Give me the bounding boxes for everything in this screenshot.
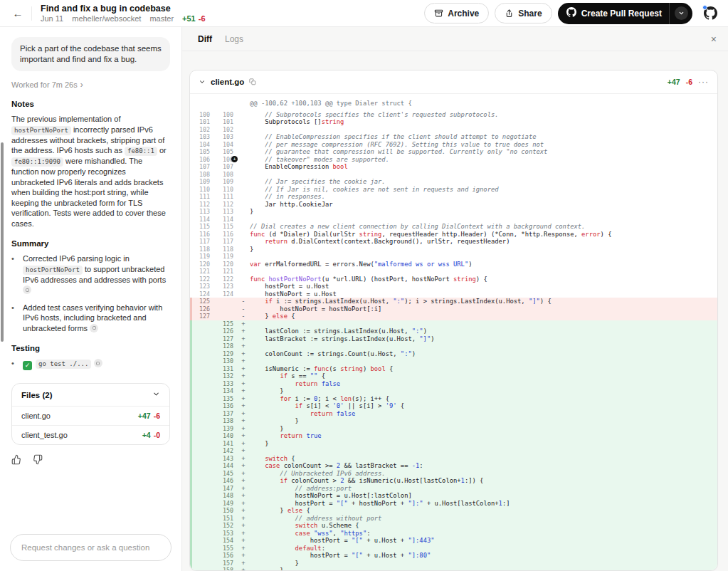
old-line-number	[190, 492, 213, 500]
file-row[interactable]: client_test.go+4-0	[12, 425, 169, 444]
diff-row: 109109 // Jar specifies the cookie jar.	[190, 178, 717, 186]
close-icon[interactable]: ×	[711, 33, 717, 45]
diff-sign: +	[237, 470, 250, 478]
old-line-number	[190, 440, 213, 448]
citation-icon[interactable]	[90, 324, 98, 332]
old-line-number	[190, 485, 213, 493]
diff-row: 133+ return false	[190, 380, 717, 388]
diff-row: 120120var errMalformedURL = errors.New("…	[190, 261, 717, 268]
diff-sign: -	[237, 313, 250, 320]
diff-sign	[237, 126, 250, 134]
list-item: •✓go test ./...	[11, 358, 170, 370]
old-line-number: 116	[190, 231, 213, 239]
inline-code-chip: go test ./...	[36, 360, 91, 369]
diff-hunk-row: @@ -100,62 +100,103 @@ type Dialer struc…	[190, 97, 717, 111]
citation-icon[interactable]	[23, 286, 31, 294]
code-line: }	[250, 208, 717, 216]
worked-duration-toggle[interactable]: Worked for 7m 26s ›	[11, 80, 170, 89]
sidebar: Pick a part of the codebase that seems i…	[0, 27, 182, 571]
code-line: // in responses.	[250, 193, 717, 201]
share-button[interactable]: Share	[495, 3, 552, 23]
diff-sign: +	[237, 395, 250, 403]
code-line	[250, 171, 717, 179]
copy-icon[interactable]	[249, 75, 256, 88]
new-line-number: 100	[213, 111, 237, 119]
sidebar-scrollbar[interactable]	[1, 142, 4, 342]
code-line: return false	[250, 380, 717, 388]
github-sync-button[interactable]	[702, 6, 718, 21]
feedback-buttons	[11, 454, 170, 468]
diff-body: @@ -100,62 +100,103 @@ type Dialer struc…	[190, 94, 717, 571]
old-line-number: 103	[190, 133, 213, 141]
code-line: // takeover" modes are supported.	[250, 156, 717, 164]
code-line: hostNoPort = u.Host	[250, 290, 717, 298]
bullet: •	[11, 253, 17, 295]
new-line-number: 155	[213, 545, 237, 552]
new-line-number: 105	[213, 148, 237, 156]
tab-diff[interactable]: Diff	[198, 34, 212, 44]
back-button[interactable]: ←	[9, 4, 27, 23]
more-options-button[interactable]: ···	[698, 77, 709, 87]
new-line-number: 101	[213, 118, 237, 126]
tab-logs[interactable]: Logs	[225, 34, 243, 44]
create-pull-request-button[interactable]: Create Pull Request	[558, 3, 692, 24]
citation-icon[interactable]	[94, 359, 102, 367]
create-pr-dropdown[interactable]	[670, 3, 692, 24]
diff-sign	[237, 261, 250, 268]
old-line-number: 115	[190, 223, 213, 231]
added-count: +51	[182, 14, 196, 23]
old-line-number	[190, 552, 213, 560]
code-line: // EnableCompression specifies if the cl…	[250, 133, 717, 141]
diff-row: 126- hostNoPort = hostNoPort[:i]	[190, 305, 717, 313]
new-line-number: 154	[213, 537, 237, 545]
new-line-number: 111	[213, 193, 237, 201]
old-line-number	[190, 530, 213, 538]
old-line-number	[190, 477, 213, 485]
code-line: EnableCompression bool	[250, 163, 717, 171]
old-line-number	[190, 342, 213, 350]
old-line-number	[190, 357, 213, 365]
file-name: client.go	[21, 412, 51, 420]
code-line: @@ -100,62 +100,103 @@ type Dialer struc…	[250, 100, 717, 108]
old-line-number: 119	[190, 253, 213, 261]
diff-row: 136+ if s[i] < '0' || s[i] > '9' {	[190, 402, 717, 410]
code-line: var errMalformedURL = errors.New("malfor…	[250, 261, 717, 268]
code-line: switch u.Scheme {	[250, 522, 717, 530]
diff-row: 137+ return false	[190, 410, 717, 418]
old-line-number: 101	[190, 118, 213, 126]
list-item-text: Corrected IPv6 parsing logic in hostPort…	[23, 253, 170, 295]
main-panel: Diff Logs × client.go +47 -6 ··· @@ -100…	[182, 27, 728, 571]
files-card-header[interactable]: Files (2)	[12, 384, 169, 406]
old-line-number: 124	[190, 290, 213, 298]
diff-row: 124124 hostNoPort = u.Host	[190, 290, 717, 298]
old-line-number: 111	[190, 193, 213, 201]
thumbs-up-button[interactable]	[11, 454, 22, 468]
diff-sign: +	[237, 357, 250, 365]
files-list: client.go+47-6client_test.go+4-0	[12, 406, 169, 444]
task-meta: Jun 11 meheller/websocket master +51 -6	[41, 14, 206, 23]
code-line: // If Jar is nil, cookies are not sent i…	[250, 186, 717, 194]
archive-button[interactable]: Archive	[424, 3, 489, 23]
old-line-number: 113	[190, 208, 213, 216]
old-line-number	[190, 515, 213, 523]
old-line-number: 110	[190, 186, 213, 194]
new-line-number: 104	[213, 141, 237, 149]
old-line-number: 120	[190, 261, 213, 268]
thumbs-down-button[interactable]	[32, 454, 43, 468]
new-line-number: 153	[213, 530, 237, 538]
chevron-down-icon[interactable]	[199, 75, 206, 88]
diff-row: 150+ } else {	[190, 507, 717, 515]
code-line: if s[i] < '0' || s[i] > '9' {	[250, 402, 717, 410]
code-line: lastColon := strings.LastIndex(u.Host, "…	[250, 328, 717, 335]
old-line-number	[190, 432, 213, 440]
new-line-number: 142	[213, 447, 237, 455]
file-row[interactable]: client.go+47-6	[12, 406, 169, 425]
ask-question-input[interactable]	[10, 534, 172, 561]
add-comment-marker[interactable]: +	[231, 156, 238, 162]
new-line-number: 125	[213, 320, 237, 328]
old-line-number	[190, 507, 213, 515]
old-line-number	[190, 380, 213, 388]
diff-row: 157+ }	[190, 560, 717, 567]
tab-bar: Diff Logs ×	[182, 27, 728, 51]
diff-sign	[237, 156, 250, 164]
